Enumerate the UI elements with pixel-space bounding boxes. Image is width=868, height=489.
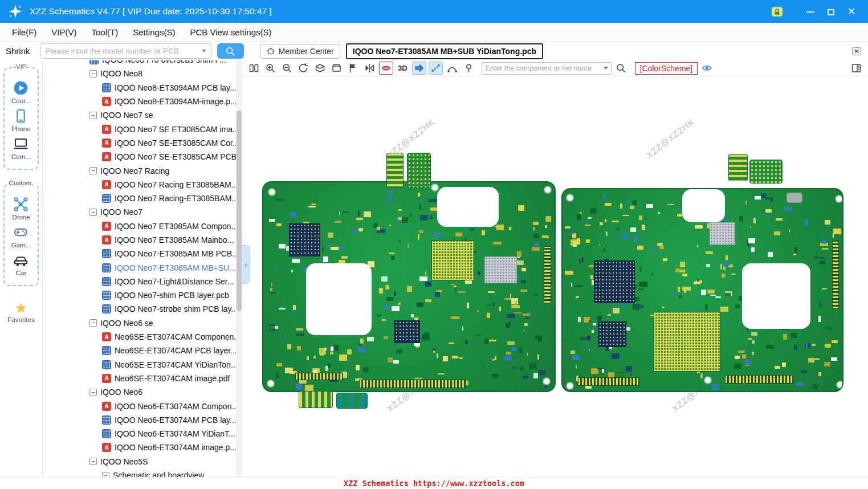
pcb-component [603,249,606,251]
collapse-toggle-icon[interactable]: − [89,319,97,327]
eye-icon[interactable] [700,62,714,75]
tree-item[interactable]: AIQOO Neo7 ET3085AM Compon... [43,219,242,233]
collapse-tree-handle[interactable]: ‹ [242,245,250,284]
tree-item[interactable]: −IQOO Neo8 [43,67,242,80]
close-button[interactable]: × [843,0,860,23]
move-arrow-icon[interactable] [412,62,426,75]
pcb-component [794,247,797,253]
pcb-component [738,351,745,353]
collapse-toggle-icon[interactable]: − [89,209,97,216]
member-center-button[interactable]: Member Center [260,44,340,59]
tree-item[interactable]: −Schematic and boardview [43,468,242,478]
component-search-combo[interactable] [482,62,612,75]
tree-item[interactable]: IQOO Neo7 Racing-ET3085BAM... [43,191,242,205]
tree-item[interactable]: IQOO Neo7-Light&Distance Ser... [43,275,242,288]
bottom-layer-icon[interactable] [329,62,344,75]
sidebar-item-phone[interactable]: Phone [11,108,31,132]
open-file-tab[interactable]: IQOO Neo7-ET3085AM MB+SUB YiDianTong.pcb [346,43,543,59]
tree-item[interactable]: ANeo6SE-ET3074CAM Componen... [43,330,242,344]
sidebar-item-label: Gam... [11,242,31,248]
collapse-toggle-icon[interactable]: − [89,70,97,78]
tree-item[interactable]: −IQOO Neo7 [43,205,242,219]
license-lock-icon[interactable] [771,5,784,18]
tree-item[interactable]: −IQOO Neo6 se [43,316,242,330]
maximize-button[interactable] [822,0,840,23]
tree-item[interactable]: −IQOO Neo5S [43,455,242,468]
menu-item-tool[interactable]: Tool(T) [84,27,126,37]
tree-item[interactable]: ANeo6SE-ET3074CAM image.pdf [43,372,242,385]
tree-item[interactable]: Neo6SE-ET3074CAM YiDianTon... [43,358,242,372]
tree-item[interactable]: AIQOO Neo6-ET3074AM image.p... [43,441,242,454]
tree-scrollbar[interactable] [236,60,242,478]
tree-item[interactable]: −IQOO Neo6 [43,385,242,399]
pcb-component [402,217,408,223]
sidebar-item-game[interactable]: Gam... [11,225,31,248]
tree-item[interactable]: −IQOO Neo7 se [43,108,242,122]
tree-item[interactable]: AIQOO Neo7 Racing ET3085BAM... [43,178,242,191]
menu-item-pcb-view-settings[interactable]: PCB View settings(S) [182,27,279,37]
tree-item[interactable]: AIQOO Neo7 SE-ET3085CAM PCB... [43,150,242,164]
tree-item[interactable]: Neo6SE-ET3074CAM PCB layer... [43,344,242,357]
tree-item[interactable]: −IQOO Neo7 Racing [43,164,242,177]
3d-toggle-button[interactable]: 3D [396,62,410,75]
tree-scrollbar-thumb[interactable] [237,111,242,311]
chevron-down-icon[interactable] [604,67,608,70]
flag-icon[interactable] [346,62,360,75]
tree-item[interactable]: AIQOO Neo8-ET3094AM-image.p... [43,95,242,108]
pcb-viewer-canvas[interactable]: ‹ XZZ@XZZHK XZZ@XZZHK XZZ@XZZHK XZZ@XZZH… [242,76,868,478]
pcb-component [645,218,647,219]
pcb-component [723,321,727,323]
tree-item[interactable]: IQOO Neo6-ET3074AM PCB lay... [43,413,242,427]
mirror-flip-icon[interactable] [362,62,377,75]
sidebar-item-car[interactable]: Car [11,252,31,276]
rotate-icon[interactable] [296,62,311,75]
dual-view-icon[interactable] [247,62,261,75]
model-search-button[interactable] [217,43,244,59]
tree-item[interactable]: IQOO Neo8 Pro overseas-shim P... [43,60,242,67]
shrink-button[interactable]: Shrink [6,46,30,56]
menu-item-settings[interactable]: Settings(S) [125,27,182,37]
close-tab-icon[interactable] [851,46,862,57]
collapse-toggle-icon[interactable]: − [89,112,97,119]
top-layer-icon[interactable] [313,62,327,75]
pcb-fragment [407,153,431,188]
minimize-button[interactable] [802,0,819,23]
menu-item-file[interactable]: File(F) [5,27,44,37]
pcb-component [599,316,602,320]
tree-item[interactable]: IQOO Neo8-ET3094AM PCB lay... [43,81,242,95]
component-search-input[interactable] [482,64,604,72]
pcb-component [766,345,774,349]
collapse-toggle-icon[interactable]: − [89,389,97,396]
model-search-combo[interactable] [40,43,211,59]
zoom-in-icon[interactable] [263,62,278,75]
diagonal-measure-icon[interactable] [429,62,443,75]
pcb-component [768,252,773,258]
chevron-down-icon[interactable] [202,50,206,52]
tree-item[interactable]: IQOO Neo7-strobe shim PCB lay... [43,302,242,316]
red-display-icon[interactable] [379,62,393,75]
collapse-toggle-icon[interactable]: − [89,167,97,174]
tree-item[interactable]: IQOO Neo7-shim PCB layer.pcb [43,288,242,302]
tree-item[interactable]: AIQOO Neo7 ET3085AM Mainbo... [43,233,242,247]
tree-item[interactable]: IQOO Neo7-ET3085AM MB+SU... [43,260,242,274]
sidebar-item-course[interactable]: Cour... [11,80,31,104]
tree-item[interactable]: AIQOO Neo7 SE-ET3085CAM Cor... [43,136,242,150]
favorites-button[interactable]: ★ Favorites [0,301,42,323]
curve-tool-icon[interactable] [445,62,459,75]
collapse-toggle-icon[interactable]: − [89,458,97,465]
tree-item[interactable]: AIQOO Neo6-ET3074AM Compon... [43,399,242,413]
net-search-icon[interactable] [614,62,628,75]
tree-item[interactable]: IQOO Neo7-ET3085AM MB PCB... [43,247,242,260]
panel-toggle-icon[interactable] [849,62,863,75]
colorscheme-button[interactable]: [ColorScheme] [635,62,698,75]
sidebar-item-drone[interactable]: Drone [11,197,31,221]
tree-item[interactable]: AIQOO Neo7 SE ET3085CAM ima... [43,122,242,136]
menu-item-vip[interactable]: VIP(V) [44,27,84,37]
model-search-input[interactable] [41,47,202,55]
sidebar-item-computer[interactable]: Com... [11,136,31,160]
tree-item-label: IQOO Neo7 [100,207,142,217]
pcb-component [276,363,282,366]
tree-item[interactable]: IQOO Neo6-ET3074AM YiDianT... [43,427,242,441]
pin-tool-icon[interactable] [462,62,476,75]
zoom-out-icon[interactable] [280,62,294,75]
